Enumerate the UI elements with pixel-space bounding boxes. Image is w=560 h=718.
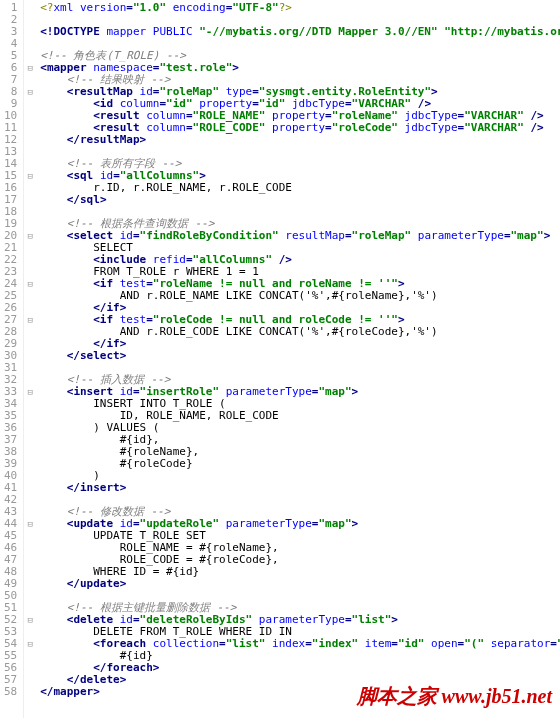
- fold-spacer: [24, 494, 36, 506]
- fold-spacer: [24, 362, 36, 374]
- fold-spacer: [24, 470, 36, 482]
- fold-spacer: [24, 434, 36, 446]
- code-editor: 1234567891011121314151617181920212223242…: [0, 0, 560, 718]
- fold-spacer: [24, 194, 36, 206]
- code-line[interactable]: <?xml version="1.0" encoding="UTF-8"?>: [40, 2, 560, 14]
- fold-spacer: [24, 206, 36, 218]
- fold-spacer: [24, 626, 36, 638]
- fold-spacer: [24, 38, 36, 50]
- fold-spacer: [24, 158, 36, 170]
- fold-spacer: [24, 578, 36, 590]
- fold-spacer: [24, 2, 36, 14]
- fold-toggle-icon[interactable]: ⊟: [24, 230, 36, 242]
- code-line[interactable]: <!DOCTYPE mapper PUBLIC "-//mybatis.org/…: [40, 26, 560, 38]
- code-line[interactable]: r.ID, r.ROLE_NAME, r.ROLE_CODE: [40, 182, 560, 194]
- fold-spacer: [24, 446, 36, 458]
- fold-spacer: [24, 290, 36, 302]
- fold-toggle-icon[interactable]: ⊟: [24, 278, 36, 290]
- fold-spacer: [24, 530, 36, 542]
- fold-spacer: [24, 374, 36, 386]
- fold-spacer: [24, 674, 36, 686]
- code-area[interactable]: <?xml version="1.0" encoding="UTF-8"?> <…: [36, 0, 560, 718]
- fold-toggle-icon[interactable]: ⊟: [24, 638, 36, 650]
- fold-spacer: [24, 302, 36, 314]
- fold-spacer: [24, 422, 36, 434]
- fold-spacer: [24, 326, 36, 338]
- code-line[interactable]: </update>: [40, 578, 560, 590]
- fold-spacer: [24, 110, 36, 122]
- fold-spacer: [24, 686, 36, 698]
- fold-spacer: [24, 506, 36, 518]
- fold-spacer: [24, 218, 36, 230]
- fold-toggle-icon[interactable]: ⊟: [24, 614, 36, 626]
- fold-spacer: [24, 398, 36, 410]
- fold-spacer: [24, 266, 36, 278]
- code-line[interactable]: </sql>: [40, 194, 560, 206]
- fold-spacer: [24, 74, 36, 86]
- fold-spacer: [24, 50, 36, 62]
- fold-spacer: [24, 590, 36, 602]
- code-line[interactable]: #{roleCode}: [40, 458, 560, 470]
- fold-spacer: [24, 602, 36, 614]
- fold-spacer: [24, 134, 36, 146]
- fold-spacer: [24, 254, 36, 266]
- fold-spacer: [24, 182, 36, 194]
- fold-toggle-icon[interactable]: ⊟: [24, 518, 36, 530]
- fold-spacer: [24, 482, 36, 494]
- fold-spacer: [24, 338, 36, 350]
- fold-spacer: [24, 566, 36, 578]
- watermark-text: 脚本之家 www.jb51.net: [357, 683, 552, 710]
- fold-spacer: [24, 146, 36, 158]
- fold-toggle-icon[interactable]: ⊟: [24, 86, 36, 98]
- fold-toggle-icon[interactable]: ⊟: [24, 62, 36, 74]
- line-number-gutter: 1234567891011121314151617181920212223242…: [0, 0, 24, 718]
- fold-spacer: [24, 98, 36, 110]
- fold-spacer: [24, 122, 36, 134]
- code-line[interactable]: </insert>: [40, 482, 560, 494]
- fold-spacer: [24, 242, 36, 254]
- fold-spacer: [24, 26, 36, 38]
- fold-spacer: [24, 650, 36, 662]
- fold-spacer: [24, 554, 36, 566]
- fold-spacer: [24, 662, 36, 674]
- fold-toggle-icon[interactable]: ⊟: [24, 314, 36, 326]
- fold-spacer: [24, 458, 36, 470]
- fold-spacer: [24, 410, 36, 422]
- code-line[interactable]: </select>: [40, 350, 560, 362]
- line-number: 58: [4, 686, 17, 698]
- fold-toggle-icon[interactable]: ⊟: [24, 170, 36, 182]
- fold-toggle-icon[interactable]: ⊟: [24, 386, 36, 398]
- fold-gutter: ⊟⊟⊟⊟⊟⊟⊟⊟⊟⊟: [24, 0, 36, 718]
- fold-spacer: [24, 350, 36, 362]
- fold-spacer: [24, 542, 36, 554]
- code-line[interactable]: </resultMap>: [40, 134, 560, 146]
- fold-spacer: [24, 14, 36, 26]
